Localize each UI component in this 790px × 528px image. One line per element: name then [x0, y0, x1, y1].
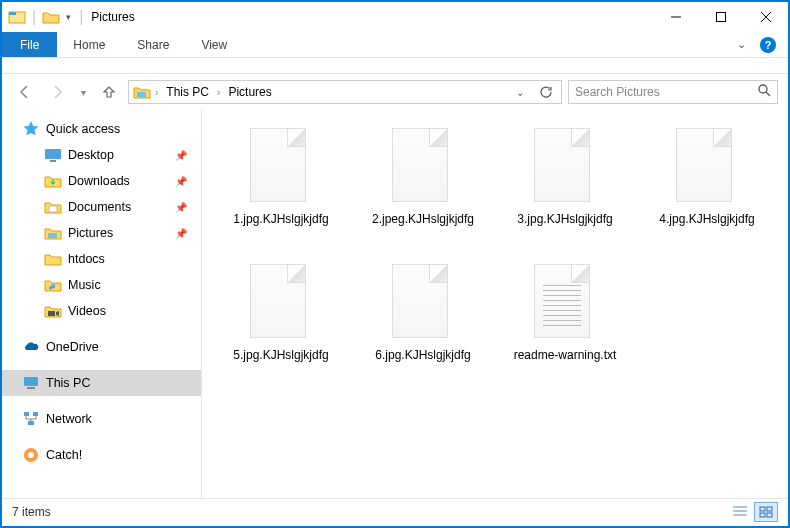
search-icon[interactable] — [757, 83, 771, 101]
sidebar-this-pc[interactable]: This PC — [2, 370, 201, 396]
svg-rect-25 — [767, 507, 772, 511]
file-grid[interactable]: 1.jpg.KJHslgjkjdfg2.jpeg.KJHslgjkjdfg3.j… — [202, 110, 788, 498]
sidebar-item-label: Catch! — [46, 448, 82, 462]
sidebar-item-htdocs[interactable]: htdocs — [2, 246, 201, 272]
catch-icon — [22, 446, 40, 464]
pin-icon: 📌 — [175, 228, 187, 239]
sidebar-item-downloads[interactable]: Downloads 📌 — [2, 168, 201, 194]
file-item[interactable]: 5.jpg.KJHslgjkjdfg — [212, 258, 350, 390]
svg-rect-6 — [137, 92, 146, 97]
refresh-button[interactable] — [535, 81, 557, 103]
svg-rect-9 — [45, 149, 61, 159]
file-item[interactable]: 3.jpg.KJHslgjkjdfg — [496, 122, 634, 254]
svg-rect-14 — [24, 377, 38, 386]
navigation-pane: Quick access Desktop 📌 Downloads 📌 Docum… — [2, 110, 202, 498]
up-button[interactable] — [96, 79, 122, 105]
svg-rect-16 — [24, 412, 29, 416]
file-name-label: readme-warning.txt — [514, 348, 617, 363]
file-tab[interactable]: File — [2, 32, 57, 57]
sidebar-item-documents[interactable]: Documents 📌 — [2, 194, 201, 220]
tab-home[interactable]: Home — [57, 32, 121, 57]
file-item[interactable]: 6.jpg.KJHslgjkjdfg — [354, 258, 492, 390]
sidebar-item-desktop[interactable]: Desktop 📌 — [2, 142, 201, 168]
network-icon — [22, 410, 40, 428]
file-item[interactable]: 4.jpg.KJHslgjkjdfg — [638, 122, 776, 254]
sidebar-item-label: Network — [46, 412, 92, 426]
back-button[interactable] — [12, 79, 38, 105]
search-input[interactable]: Search Pictures — [568, 80, 778, 104]
pin-icon: 📌 — [175, 150, 187, 161]
address-bar[interactable]: › This PC › Pictures ⌄ — [128, 80, 562, 104]
file-item[interactable]: 2.jpeg.KJHslgjkjdfg — [354, 122, 492, 254]
breadcrumb-pictures[interactable]: Pictures — [224, 85, 275, 99]
svg-rect-24 — [760, 507, 765, 511]
svg-rect-26 — [760, 513, 765, 517]
sidebar-quick-access[interactable]: Quick access — [2, 116, 201, 142]
address-bar-row: ▾ › This PC › Pictures ⌄ Search Pictures — [2, 74, 788, 110]
svg-rect-1 — [9, 12, 16, 15]
sidebar-item-label: Documents — [68, 200, 131, 214]
sidebar-item-pictures[interactable]: Pictures 📌 — [2, 220, 201, 246]
sidebar-item-music[interactable]: Music — [2, 272, 201, 298]
qat-separator: | — [79, 8, 83, 26]
folder-small-icon — [42, 8, 60, 26]
sidebar-item-label: Downloads — [68, 174, 130, 188]
breadcrumb-sep-icon[interactable]: › — [217, 87, 220, 98]
blank-file-icon — [534, 128, 590, 202]
svg-point-20 — [28, 452, 34, 458]
file-name-label: 6.jpg.KJHslgjkjdfg — [375, 348, 470, 363]
pin-icon: 📌 — [175, 202, 187, 213]
file-item[interactable]: readme-warning.txt — [496, 258, 634, 390]
recent-locations-button[interactable]: ▾ — [76, 79, 90, 105]
breadcrumb-sep-icon[interactable]: › — [155, 87, 158, 98]
sidebar-item-label: htdocs — [68, 252, 105, 266]
tab-view[interactable]: View — [185, 32, 243, 57]
status-bar: 7 items — [2, 498, 788, 524]
large-icons-view-button[interactable] — [754, 502, 778, 522]
svg-rect-10 — [50, 160, 56, 162]
details-view-button[interactable] — [728, 502, 752, 522]
sidebar-network[interactable]: Network — [2, 406, 201, 432]
help-icon[interactable]: ? — [760, 37, 776, 53]
search-placeholder: Search Pictures — [575, 85, 757, 99]
blank-file-icon — [676, 128, 732, 202]
close-button[interactable] — [743, 2, 788, 32]
desktop-icon — [44, 146, 62, 164]
breadcrumb-this-pc[interactable]: This PC — [162, 85, 213, 99]
status-item-count: 7 items — [12, 505, 51, 519]
file-item[interactable]: 1.jpg.KJHslgjkjdfg — [212, 122, 350, 254]
sidebar-item-label: Desktop — [68, 148, 114, 162]
minimize-button[interactable] — [653, 2, 698, 32]
titlebar: | ▾ | Pictures — [2, 2, 788, 32]
sidebar-item-videos[interactable]: Videos — [2, 298, 201, 324]
sidebar-item-label: Quick access — [46, 122, 120, 136]
videos-icon — [44, 302, 62, 320]
svg-rect-27 — [767, 513, 772, 517]
qat-dropdown-icon[interactable]: ▾ — [66, 12, 71, 22]
tab-share[interactable]: Share — [121, 32, 185, 57]
sidebar-item-label: Music — [68, 278, 101, 292]
file-name-label: 5.jpg.KJHslgjkjdfg — [233, 348, 328, 363]
ribbon-expand-icon[interactable]: ⌄ — [737, 38, 746, 51]
svg-point-7 — [759, 85, 767, 93]
blank-file-icon — [392, 264, 448, 338]
svg-rect-15 — [27, 387, 35, 389]
address-dropdown-button[interactable]: ⌄ — [509, 81, 531, 103]
pictures-icon — [44, 224, 62, 242]
svg-rect-3 — [716, 13, 725, 22]
forward-button[interactable] — [44, 79, 70, 105]
svg-rect-18 — [28, 421, 34, 425]
blank-file-icon — [250, 264, 306, 338]
sidebar-onedrive[interactable]: OneDrive — [2, 334, 201, 360]
folder-icon — [44, 250, 62, 268]
explorer-icon — [8, 8, 26, 26]
ribbon: File Home Share View ⌄ ? — [2, 32, 788, 58]
file-name-label: 2.jpeg.KJHslgjkjdfg — [372, 212, 474, 227]
downloads-icon — [44, 172, 62, 190]
maximize-button[interactable] — [698, 2, 743, 32]
sidebar-item-label: OneDrive — [46, 340, 99, 354]
blank-file-icon — [392, 128, 448, 202]
qat-divider: | — [32, 8, 36, 26]
music-icon — [44, 276, 62, 294]
sidebar-catch[interactable]: Catch! — [2, 442, 201, 468]
